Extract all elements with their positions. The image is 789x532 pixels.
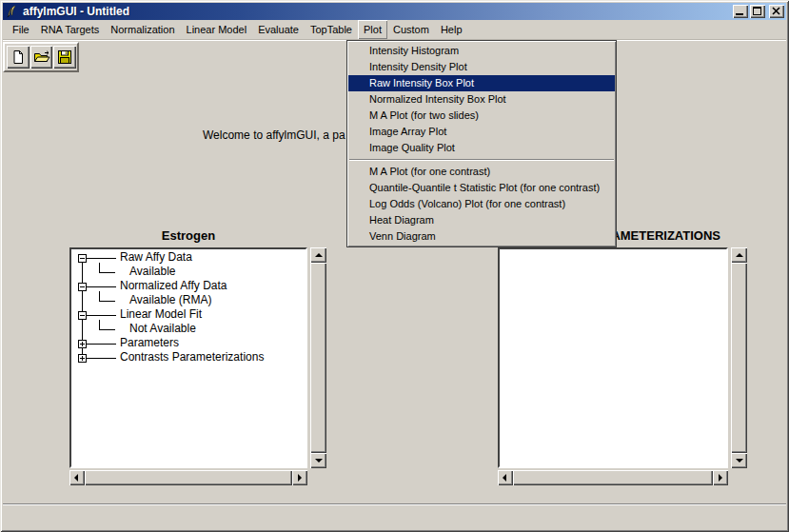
status-tree-listbox[interactable]: Raw Affy DataAvailableNormalized Affy Da… <box>69 247 307 468</box>
expand-toggle[interactable] <box>78 340 87 348</box>
window-title: affylmGUI - Untitled <box>23 5 129 18</box>
arrow-down-icon <box>315 459 323 463</box>
titlebar[interactable]: affylmGUI - Untitled <box>3 3 786 20</box>
close-icon <box>769 5 784 18</box>
save-file-button[interactable] <box>53 46 76 69</box>
tree-child-hline <box>99 301 115 302</box>
menu-item-intensity-density-plot[interactable]: Intensity Density Plot <box>348 59 615 75</box>
menu-item-log-odds-volcano-plot-for-one-contrast[interactable]: Log Odds (Volcano) Plot (for one contras… <box>348 196 615 212</box>
scrollbar-thumb[interactable] <box>513 470 713 485</box>
tree-child-hline <box>99 272 115 273</box>
arrow-right-icon <box>719 474 722 482</box>
collapse-toggle[interactable] <box>78 283 87 291</box>
menu-item-image-quality-plot[interactable]: Image Quality Plot <box>348 140 615 156</box>
tree-item-normalized-affy-data[interactable]: Normalized Affy Data <box>120 279 227 293</box>
new-page-icon <box>10 49 26 65</box>
minimize-button[interactable] <box>733 5 748 18</box>
menubar: FileRNA TargetsNormalizationLinear Model… <box>3 20 786 39</box>
menubar-item-custom[interactable]: Custom <box>387 20 435 39</box>
save-floppy-icon <box>57 49 72 65</box>
scrollbar-thumb[interactable] <box>85 470 292 485</box>
new-file-button[interactable] <box>7 46 30 69</box>
arrow-right-icon <box>298 474 302 482</box>
collapse-toggle[interactable] <box>78 254 87 263</box>
menu-item-heat-diagram[interactable]: Heat Diagram <box>348 212 615 228</box>
menu-item-raw-intensity-box-plot[interactable]: Raw Intensity Box Plot <box>348 75 615 91</box>
scroll-left-button[interactable] <box>69 470 85 485</box>
feather-app-icon <box>5 5 19 19</box>
scroll-left-button[interactable] <box>498 470 513 485</box>
tree-child-hline <box>99 329 115 330</box>
expand-toggle[interactable] <box>78 354 87 363</box>
right-vertical-scrollbar[interactable] <box>731 247 747 468</box>
left-vertical-scrollbar[interactable] <box>310 247 326 468</box>
maximize-button[interactable] <box>750 5 765 18</box>
scrollbar-thumb[interactable] <box>731 263 747 453</box>
arrow-down-icon <box>736 459 743 463</box>
arrow-up-icon <box>736 253 743 257</box>
menubar-item-rna-targets[interactable]: RNA Targets <box>35 20 106 39</box>
menubar-item-toptable[interactable]: TopTable <box>305 20 358 39</box>
close-button[interactable] <box>769 5 784 18</box>
menubar-item-linear-model[interactable]: Linear Model <box>181 20 253 39</box>
menu-item-venn-diagram[interactable]: Venn Diagram <box>348 228 615 245</box>
menubar-item-normalization[interactable]: Normalization <box>105 20 180 39</box>
tree-item-not-available[interactable]: Not Available <box>129 322 196 336</box>
menu-separator <box>349 159 614 161</box>
toggle-minus-glyph <box>80 286 85 287</box>
open-file-button[interactable] <box>30 46 53 69</box>
menubar-item-evaluate[interactable]: Evaluate <box>252 20 305 39</box>
menubar-item-file[interactable]: File <box>7 20 35 39</box>
tree-branch-line <box>87 286 116 287</box>
status-tree: Raw Affy DataAvailableNormalized Affy Da… <box>71 249 306 466</box>
tree-item-raw-affy-data[interactable]: Raw Affy Data <box>120 250 192 265</box>
welcome-text: Welcome to affylmGUI, a pa <box>203 128 345 142</box>
left-horizontal-scrollbar[interactable] <box>69 470 307 485</box>
right-horizontal-scrollbar[interactable] <box>498 470 728 485</box>
collapse-toggle[interactable] <box>78 311 87 320</box>
tree-item-contrasts-parameterizations[interactable]: Contrasts Parameterizations <box>120 350 264 365</box>
tree-item-parameters[interactable]: Parameters <box>120 336 179 350</box>
menu-item-m-a-plot-for-two-slides[interactable]: M A Plot (for two slides) <box>348 108 615 124</box>
menubar-item-plot[interactable]: Plot <box>358 20 387 39</box>
menu-item-normalized-intensity-box-plot[interactable]: Normalized Intensity Box Plot <box>348 91 615 108</box>
tree-item-linear-model-fit[interactable]: Linear Model Fit <box>120 307 202 322</box>
tree-item-available[interactable]: Available <box>129 265 175 279</box>
tree-branch-line <box>87 258 116 259</box>
scroll-right-button[interactable] <box>713 470 728 485</box>
scroll-right-button[interactable] <box>292 470 307 485</box>
menubar-item-help[interactable]: Help <box>435 20 468 39</box>
toggle-minus-glyph <box>80 315 85 316</box>
tree-item-available-rma[interactable]: Available (RMA) <box>129 293 211 307</box>
arrow-left-icon <box>503 474 506 482</box>
minimize-icon <box>736 13 743 15</box>
menu-item-quantile-quantile-t-statistic-plot-for-one-contrast[interactable]: Quantile-Quantile t Statistic Plot (for … <box>348 180 615 196</box>
contrasts-listbox[interactable] <box>498 247 728 468</box>
menu-item-intensity-histogram[interactable]: Intensity Histogram <box>348 43 615 59</box>
open-folder-icon <box>33 49 50 65</box>
scroll-up-button[interactable] <box>310 247 326 263</box>
tree-branch-line <box>87 344 116 345</box>
menu-item-m-a-plot-for-one-contrast[interactable]: M A Plot (for one contrast) <box>348 164 615 180</box>
toolbar <box>3 42 79 72</box>
left-panel-title: Estrogen <box>69 228 307 243</box>
tree-branch-line <box>87 315 116 316</box>
arrow-up-icon <box>315 253 323 257</box>
toggle-minus-glyph <box>80 258 85 259</box>
menu-item-image-array-plot[interactable]: Image Array Plot <box>348 124 615 140</box>
scroll-down-button[interactable] <box>310 453 326 468</box>
toggle-plus-glyph <box>82 356 83 361</box>
scrollbar-thumb[interactable] <box>310 263 326 453</box>
scroll-up-button[interactable] <box>731 247 747 263</box>
application-window: affylmGUI - Untitled FileRNA TargetsNorm… <box>0 0 789 532</box>
toggle-plus-glyph <box>82 342 83 346</box>
scroll-down-button[interactable] <box>731 453 747 468</box>
maximize-icon <box>753 7 761 15</box>
tree-branch-line <box>87 358 116 359</box>
plot-dropdown-menu: Intensity HistogramIntensity Density Plo… <box>346 40 617 247</box>
arrow-left-icon <box>74 474 78 482</box>
